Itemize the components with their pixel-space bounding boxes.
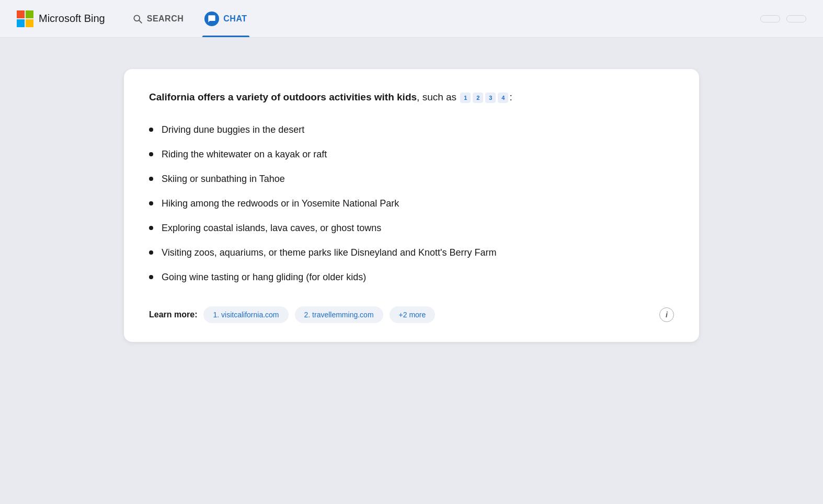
bullet-dot [149, 128, 153, 132]
logo-text: Microsoft Bing [39, 13, 105, 25]
bullet-list: Driving dune buggies in the desert Ridin… [149, 118, 674, 290]
list-item-text: Riding the whitewater on a kayak or raft [162, 147, 327, 162]
citation-2[interactable]: 2 [473, 93, 483, 103]
list-item-text: Skiing or sunbathing in Tahoe [162, 172, 285, 186]
citation-4[interactable]: 4 [498, 93, 508, 103]
bullet-dot [149, 226, 153, 230]
list-item-text: Going wine tasting or hang gliding (for … [162, 270, 366, 284]
logo-green [26, 10, 33, 18]
list-item-text: Visiting zoos, aquariums, or theme parks… [162, 246, 496, 260]
info-icon-button[interactable]: i [659, 307, 674, 322]
list-item: Going wine tasting or hang gliding (for … [149, 265, 674, 290]
colon: : [509, 91, 512, 102]
tab-search[interactable]: SEARCH [130, 0, 186, 37]
list-item: Riding the whitewater on a kayak or raft [149, 142, 674, 167]
intro-suffix: , such as [417, 91, 456, 102]
bullet-dot [149, 152, 153, 156]
header-button-1[interactable] [760, 15, 780, 22]
list-item: Exploring coastal islands, lava caves, o… [149, 216, 674, 240]
citation-1[interactable]: 1 [460, 93, 471, 103]
card-intro: California offers a variety of outdoors … [149, 90, 674, 105]
bullet-dot [149, 177, 153, 181]
logo-blue [17, 19, 25, 27]
list-item-text: Driving dune buggies in the desert [162, 123, 304, 137]
learn-more-section: Learn more: 1. visitcalifornia.com 2. tr… [149, 306, 674, 323]
search-tab-label: SEARCH [147, 14, 184, 24]
logo-area: Microsoft Bing [17, 10, 105, 27]
bullet-dot [149, 201, 153, 205]
chat-card: California offers a variety of outdoors … [124, 69, 699, 342]
header: Microsoft Bing SEARCH CHAT [0, 0, 823, 38]
nav-tabs: SEARCH CHAT [130, 0, 249, 37]
list-item: Driving dune buggies in the desert [149, 118, 674, 142]
bullet-dot [149, 275, 153, 279]
more-chip[interactable]: +2 more [390, 306, 436, 323]
list-item-text: Exploring coastal islands, lava caves, o… [162, 221, 381, 235]
header-button-2[interactable] [786, 15, 806, 22]
svg-line-1 [139, 20, 142, 22]
header-right [760, 15, 806, 22]
intro-bold: California offers a variety of outdoors … [149, 91, 417, 102]
chat-icon [204, 12, 219, 26]
logo-red [17, 10, 25, 18]
search-icon [132, 14, 143, 24]
list-item-text: Hiking among the redwoods or in Yosemite… [162, 197, 399, 211]
main-content: California offers a variety of outdoors … [0, 38, 823, 363]
logo-yellow [26, 19, 33, 27]
list-item: Visiting zoos, aquariums, or theme parks… [149, 240, 674, 265]
svg-point-0 [134, 15, 140, 21]
list-item: Hiking among the redwoods or in Yosemite… [149, 191, 674, 216]
chat-tab-label: CHAT [223, 14, 247, 24]
bullet-dot [149, 250, 153, 255]
citation-3[interactable]: 3 [485, 93, 496, 103]
source-chip-1[interactable]: 1. visitcalifornia.com [203, 306, 288, 323]
microsoft-logo [17, 10, 33, 27]
learn-more-label: Learn more: [149, 310, 197, 319]
source-chip-2[interactable]: 2. travellemming.com [295, 306, 383, 323]
list-item: Skiing or sunbathing in Tahoe [149, 167, 674, 191]
tab-chat[interactable]: CHAT [202, 0, 249, 37]
